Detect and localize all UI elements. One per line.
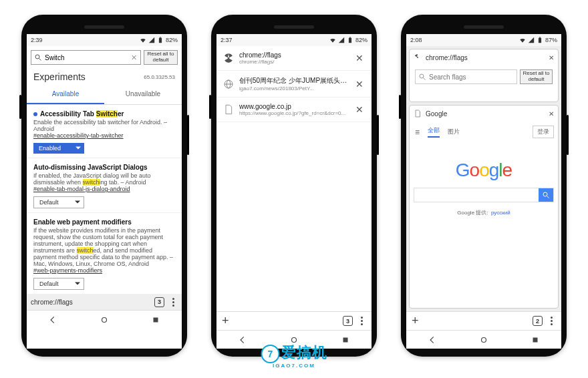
battery-icon — [157, 37, 164, 43]
svg-point-12 — [291, 337, 296, 342]
svg-rect-0 — [159, 38, 162, 43]
new-tab-button[interactable]: + — [222, 314, 229, 328]
flag-desc: If the website provides modifiers in the… — [33, 227, 175, 267]
tab-available[interactable]: Available — [27, 85, 104, 104]
flag-select[interactable]: Enabled — [33, 143, 84, 154]
wifi-icon — [329, 37, 336, 43]
battery-icon — [537, 37, 543, 43]
flags-search-input[interactable] — [429, 73, 514, 81]
back-icon[interactable] — [428, 335, 437, 345]
phone-3: 2:08 87% chrome://flags ✕ — [401, 15, 567, 357]
status-time: 2:39 — [31, 37, 43, 43]
search-button[interactable] — [539, 188, 553, 202]
recents-icon[interactable] — [151, 315, 160, 325]
back-icon[interactable] — [238, 335, 247, 345]
flag-link[interactable]: #enable-accessibility-tab-switcher — [33, 132, 124, 139]
google-tab-all[interactable]: 全部 — [428, 126, 440, 138]
omnibox[interactable]: chrome://flags 3 — [27, 294, 182, 310]
locale-link[interactable]: русский — [491, 210, 510, 216]
svg-line-3 — [39, 59, 41, 61]
flag-select[interactable]: Default — [33, 196, 84, 208]
overflow-menu-icon[interactable] — [547, 317, 556, 325]
flag-desc: If enabled, the JavaScript dialog will b… — [33, 172, 175, 186]
flag-link[interactable]: #enable-tab-modal-js-dialog-android — [33, 186, 130, 192]
close-icon[interactable]: ✕ — [549, 110, 554, 118]
svg-rect-22 — [533, 337, 538, 342]
clear-icon[interactable]: ✕ — [130, 53, 138, 61]
watermark: 7 爱搞机 IGAO7.COM — [261, 343, 327, 369]
radiation-icon — [414, 53, 422, 61]
flags-search-input[interactable] — [45, 54, 130, 61]
recents-icon[interactable] — [341, 335, 350, 345]
signal-icon — [338, 37, 345, 43]
sheet-title: Google — [426, 110, 447, 118]
status-bar: 2:39 82% — [27, 34, 182, 46]
tab-row[interactable]: www.google.co.jp https://www.google.co.j… — [216, 98, 372, 122]
tab-unavailable[interactable]: Unavailable — [104, 85, 182, 104]
svg-point-19 — [543, 192, 547, 196]
svg-point-4 — [102, 317, 106, 322]
status-bar: 2:37 82% — [216, 34, 372, 46]
svg-rect-1 — [160, 37, 161, 37]
close-icon[interactable]: ✕ — [549, 54, 554, 61]
globe-icon — [223, 79, 234, 89]
flags-search-box[interactable] — [415, 69, 517, 84]
svg-rect-14 — [539, 38, 541, 43]
wifi-icon — [519, 37, 526, 43]
close-icon[interactable]: ✕ — [354, 79, 365, 89]
signal-icon — [528, 37, 535, 43]
screen-2: 2:37 82% chrome://flags chrome://flags/ — [216, 34, 372, 349]
watermark-title: 爱搞机 — [281, 343, 327, 363]
login-button[interactable]: 登录 — [533, 126, 554, 138]
tab-count-button[interactable]: 3 — [343, 316, 353, 326]
home-icon[interactable] — [100, 315, 109, 325]
tab-title: www.google.co.jp — [239, 103, 349, 110]
flag-item: Enable web payment modifiers If the webs… — [27, 213, 182, 294]
search-icon — [418, 73, 426, 81]
flag-title: Enable web payment modifiers — [33, 218, 175, 226]
flag-title: Accessibility Tab Switcher — [33, 110, 175, 118]
reset-button[interactable]: Reset all to default — [520, 69, 553, 84]
radiation-icon — [223, 53, 234, 63]
omnibox-text: chrome://flags — [31, 299, 73, 306]
overflow-menu-icon[interactable] — [168, 298, 178, 307]
battery-icon — [347, 37, 353, 43]
svg-line-20 — [547, 196, 549, 198]
tab-count-button[interactable]: 3 — [154, 297, 164, 307]
svg-rect-15 — [539, 37, 541, 37]
svg-line-18 — [424, 78, 426, 80]
home-icon[interactable] — [479, 335, 488, 345]
status-battery: 87% — [545, 37, 557, 43]
file-icon — [223, 104, 234, 115]
nav-bar — [406, 330, 561, 349]
close-icon[interactable]: ✕ — [354, 53, 365, 63]
screen-1: 2:39 82% ✕ Reset all to default — [27, 34, 182, 349]
status-bar: 2:08 87% — [406, 34, 561, 46]
close-icon[interactable]: ✕ — [354, 104, 365, 115]
svg-point-21 — [481, 337, 486, 342]
google-search-box[interactable] — [414, 188, 554, 202]
overflow-menu-icon[interactable] — [357, 317, 366, 325]
google-tab-images[interactable]: 图片 — [448, 128, 460, 136]
svg-point-16 — [417, 57, 418, 58]
svg-rect-13 — [343, 337, 348, 342]
svg-rect-7 — [349, 37, 351, 37]
tab-count-button[interactable]: 2 — [533, 316, 543, 326]
tab-row[interactable]: 创刊50周年纪念 少年JUMP展纸头条刊... igao7.com/news/2… — [216, 71, 372, 98]
flag-select[interactable]: Default — [33, 278, 84, 290]
tab-url: igao7.com/news/201803/PetY... — [239, 85, 349, 91]
flag-link[interactable]: #web-payments-modifiers — [33, 267, 102, 274]
menu-icon[interactable]: ≡ — [415, 128, 420, 137]
reset-button[interactable]: Reset all to default — [144, 50, 178, 65]
back-icon[interactable] — [48, 315, 57, 325]
watermark-sub: IGAO7.COM — [273, 363, 315, 369]
tab-row[interactable]: chrome://flags chrome://flags/ ✕ — [216, 46, 372, 71]
google-locale: Google 提供: русский — [414, 209, 554, 216]
svg-point-17 — [420, 74, 424, 78]
google-logo: Google — [414, 160, 554, 181]
recents-icon[interactable] — [531, 335, 540, 345]
file-icon — [414, 110, 422, 118]
new-tab-button[interactable]: + — [412, 314, 419, 328]
flags-search-box[interactable]: ✕ — [31, 50, 141, 65]
changed-dot-icon — [33, 112, 37, 116]
